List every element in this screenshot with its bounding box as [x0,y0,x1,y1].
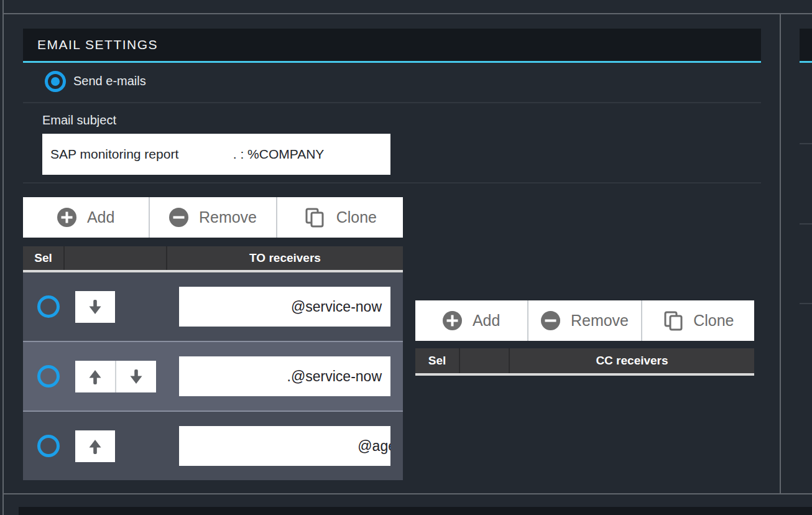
to-receiver-input[interactable]: @age [179,426,390,466]
section-separator [23,102,761,103]
panel-title: EMAIL SETTINGS [37,37,158,52]
right-panel-separator [800,303,812,304]
move-up-button[interactable] [75,361,115,392]
move-up-icon [86,368,104,386]
radio-selected-dot [51,77,60,86]
right-panel-separator [800,223,812,225]
email-settings-page: EMAIL SETTINGS Send e-mails Email subjec… [0,0,812,515]
move-down-icon [127,368,145,386]
add-button-label: Add [473,312,500,330]
remove-button[interactable]: Remove [527,300,640,341]
clone-icon [662,310,685,332]
remove-button-label: Remove [199,208,257,226]
reorder-buttons [75,361,156,392]
add-button-label: Add [87,208,114,226]
to-receiver-row: .@service-now [23,342,403,411]
row-select-radio[interactable] [37,365,60,387]
clone-button-label: Clone [693,312,734,330]
to-receiver-row: @age [23,412,403,480]
remove-button-label: Remove [571,312,629,330]
left-frame-line [2,0,4,515]
remove-button[interactable]: Remove [149,197,275,238]
cc-receivers-column-header: CC receivers [510,348,754,373]
sel-column-header: Sel [23,246,65,270]
to-receivers-toolbar: Add Remove Clone [23,197,403,238]
clone-button-label: Clone [336,208,377,226]
right-panel-accent-fragment [800,61,812,63]
add-button[interactable]: Add [415,300,527,341]
bottom-frame-line [2,493,812,494]
add-icon [443,311,462,330]
remove-icon [541,311,560,330]
move-down-button[interactable] [116,361,156,392]
move-up-icon [86,437,104,456]
remove-icon [169,208,188,227]
clone-button[interactable]: Clone [641,300,754,341]
send-emails-label: Send e-mails [73,74,146,88]
to-receiver-input[interactable]: @service-now [179,287,390,327]
add-button[interactable]: Add [23,197,149,238]
section-separator [23,182,761,183]
panel-title-bar: EMAIL SETTINGS [23,29,761,61]
move-down-icon [86,298,104,317]
to-receivers-table-header: Sel TO receivers [23,246,403,272]
to-receiver-value: @service-now [179,287,390,327]
cc-receivers-toolbar: Add Remove Clone [415,300,754,341]
clone-icon [303,206,326,229]
to-receivers-rows: @service-now .@service-now [23,272,403,480]
row-select-radio[interactable] [37,295,60,318]
top-frame-line [2,13,812,14]
email-subject-input[interactable]: SAP monitoring report . : %COMPANY [42,134,390,175]
move-up-button[interactable] [75,430,115,462]
to-receiver-value: .@service-now [179,356,390,396]
to-receivers-column-header: TO receivers [167,246,403,270]
move-down-button[interactable] [75,291,115,323]
to-receiver-input[interactable]: .@service-now [179,356,390,396]
to-receiver-value: @age [179,426,390,466]
reorder-column-header [460,348,510,373]
bottom-panel-title-bar-fragment [19,507,812,515]
right-panel-title-bar-fragment [800,29,812,61]
add-icon [57,208,76,227]
right-panel-divider [780,14,781,493]
reorder-column-header [65,246,167,270]
right-panel-separator [800,143,812,144]
to-receiver-row: @service-now [23,272,403,341]
email-subject-label: Email subject [42,113,116,128]
panel-accent-underline [23,61,761,63]
sel-column-header: Sel [415,348,460,373]
row-select-radio[interactable] [37,435,60,457]
send-emails-radio[interactable] [45,71,66,92]
cc-receivers-table-header: Sel CC receivers [415,348,754,376]
clone-button[interactable]: Clone [276,197,403,238]
